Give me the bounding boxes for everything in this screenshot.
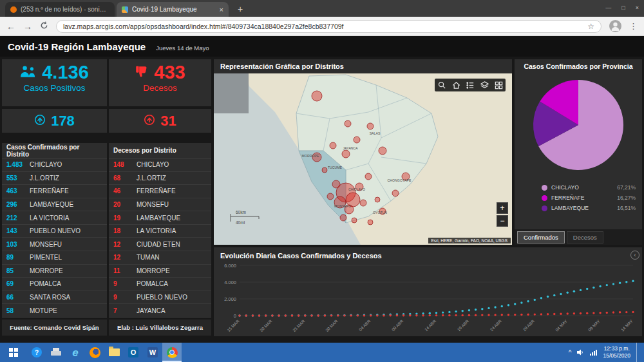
chrome-icon[interactable] (162, 343, 182, 362)
list-item[interactable]: 7JAYANCA (109, 304, 211, 318)
case-bubble[interactable] (392, 190, 399, 196)
case-bubble[interactable] (332, 180, 340, 188)
district-value: 85 (6, 267, 24, 274)
legend-icon[interactable] (463, 79, 477, 91)
case-bubble[interactable] (342, 150, 350, 158)
clock[interactable]: 12:33 p.m. 15/05/2020 (603, 345, 630, 359)
tab-close-icon[interactable]: × (218, 6, 223, 14)
start-button[interactable] (0, 343, 27, 362)
case-bubble[interactable] (360, 200, 366, 206)
search-icon[interactable] (435, 79, 449, 91)
case-bubble[interactable] (345, 120, 351, 127)
maximize-icon[interactable]: □ (621, 1, 625, 14)
legend-label: LAMBAYEQUE (551, 205, 589, 211)
browser-tab-dashboard[interactable]: Covid-19 Lambayeque × (117, 2, 229, 17)
district-value: 143 (6, 227, 24, 234)
list-item[interactable]: 143PUEBLO NUEVO (2, 225, 107, 238)
case-bubble[interactable] (340, 214, 346, 221)
map-svg[interactable]: MORROPESALASJAYANCATUCUMECHONGOYAPECHICL… (214, 73, 512, 245)
tray-time: 12:33 p.m. (603, 345, 630, 352)
tab-confirmados[interactable]: Confirmados (517, 231, 565, 243)
district-name: JAYANCA (137, 307, 166, 314)
thumbs-down-icon (135, 64, 149, 81)
list-item[interactable]: 20MONSEFU (109, 198, 211, 212)
district-name: SANTA ROSA (30, 294, 70, 301)
list-item[interactable]: 58MOTUPE (2, 304, 107, 318)
list-item[interactable]: 463FERREÑAFE (2, 185, 107, 198)
author-footer: Elab : Luis Villalobos Zegarra (109, 319, 211, 336)
case-bubble[interactable] (327, 193, 334, 200)
timeline-title: Evolución Diaria Casos Confirmados y Dec… (214, 247, 642, 262)
case-bubble[interactable] (354, 137, 360, 143)
list-item[interactable]: 296LAMBAYEQUE (2, 198, 107, 212)
card-decesos: 433 Decesos (109, 59, 211, 106)
bookmark-star-icon[interactable]: ☆ (587, 22, 594, 31)
show-desktop-button[interactable] (636, 343, 639, 362)
list-item[interactable]: 9PUEBLO NUEVO (109, 291, 211, 305)
tips-icon[interactable]: ? (27, 343, 46, 362)
list-item[interactable]: 69POMALCA (2, 278, 107, 291)
case-bubble[interactable] (330, 142, 336, 149)
back-icon[interactable]: ← (6, 22, 15, 31)
printer-icon[interactable] (46, 343, 66, 362)
outlook-icon[interactable]: O (124, 343, 143, 362)
positivos-value: 4.136 (42, 63, 89, 82)
close-icon[interactable]: × (636, 1, 639, 14)
case-bubble[interactable] (312, 91, 322, 101)
file-explorer-icon[interactable] (104, 343, 124, 362)
list-item[interactable]: 11MORROPE (109, 265, 211, 278)
list-item[interactable]: 103MONSEFU (2, 238, 107, 251)
list-item[interactable]: 212LA VICTORIA (2, 211, 107, 225)
svg-text:04 ABR: 04 ABR (358, 319, 372, 332)
district-value: 296 (6, 201, 24, 208)
tab-title: (253 n.º de no leídos) - soniartea... (21, 6, 109, 13)
list-item[interactable]: 68J.L.ORTIZ (109, 172, 211, 186)
minimize-icon[interactable]: — (605, 1, 611, 14)
list-item[interactable]: 148CHICLAYO (109, 158, 211, 172)
list-item[interactable]: 19LAMBAYEQUE (109, 211, 211, 225)
list-item[interactable]: 553J.L.ORTIZ (2, 172, 107, 186)
list-item[interactable]: 85MORROPE (2, 265, 107, 278)
case-bubble[interactable] (365, 173, 372, 180)
zoom-out-button[interactable]: − (497, 215, 508, 227)
list-item[interactable]: 46FERREÑAFE (109, 185, 211, 198)
internet-explorer-icon[interactable]: e (66, 343, 85, 362)
firefox-icon[interactable] (85, 343, 104, 362)
list-item[interactable]: 12TUMAN (109, 251, 211, 265)
list-item[interactable]: 9POMALCA (109, 278, 211, 291)
layers-icon[interactable] (477, 79, 491, 91)
case-bubble[interactable] (368, 220, 373, 225)
case-bubble[interactable] (379, 147, 386, 155)
address-bar[interactable]: lavz.maps.arcgis.com/apps/opsdashboard/i… (56, 20, 601, 33)
positivos-label: Casos Positivos (2, 83, 107, 93)
basemap-icon[interactable] (491, 79, 506, 91)
profile-avatar[interactable] (609, 20, 621, 32)
zoom-in-button[interactable]: + (497, 202, 508, 214)
list-item[interactable]: 1.483CHICLAYO (2, 158, 107, 172)
network-icon[interactable] (590, 349, 597, 356)
browser-menu-icon[interactable]: ⋮ (629, 21, 638, 31)
home-icon[interactable] (449, 79, 463, 91)
list-item[interactable]: 89PIMENTEL (2, 251, 107, 265)
svg-text:20 MAR: 20 MAR (259, 319, 273, 333)
chevron-up-icon[interactable]: ^ (569, 349, 572, 356)
reload-icon[interactable] (40, 21, 48, 31)
case-bubble[interactable] (322, 167, 327, 173)
district-label: CHONGOYAPE (388, 178, 412, 182)
case-bubble[interactable] (375, 197, 380, 202)
legend-dot (542, 195, 547, 201)
list-item[interactable]: 18LA VICTORIA (109, 225, 211, 238)
list-item[interactable]: 66SANTA ROSA (2, 291, 107, 305)
map[interactable]: MORROPESALASJAYANCATUCUMECHONGOYAPECHICL… (214, 73, 512, 245)
tab-decesos[interactable]: Decesos (567, 231, 603, 243)
new-tab-button[interactable]: + (234, 3, 247, 15)
case-bubble[interactable] (367, 123, 374, 129)
firefox-glyph (90, 347, 100, 358)
list-item[interactable]: 12CIUDAD ETEN (109, 238, 211, 251)
forward-icon[interactable]: → (23, 22, 32, 31)
case-bubble[interactable] (352, 218, 357, 223)
word-icon[interactable]: W (143, 343, 162, 362)
volume-icon[interactable] (577, 347, 584, 358)
collapse-icon[interactable]: ‹ (630, 251, 639, 260)
browser-tab-mail[interactable]: (253 n.º de no leídos) - soniartea... (5, 2, 115, 17)
